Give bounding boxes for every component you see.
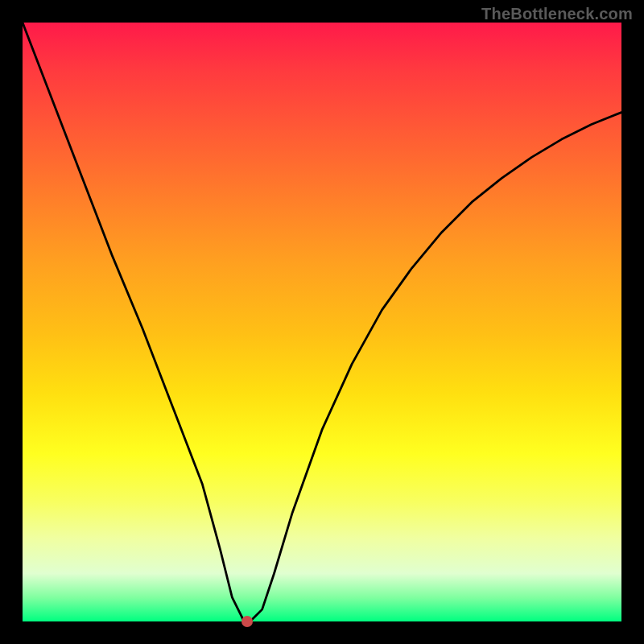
- watermark-text: TheBottleneck.com: [481, 5, 633, 23]
- bottleneck-curve: [23, 23, 621, 621]
- chart-container: TheBottleneck.com: [0, 0, 644, 644]
- plot-area: [23, 23, 621, 621]
- svg-point-0: [242, 616, 253, 627]
